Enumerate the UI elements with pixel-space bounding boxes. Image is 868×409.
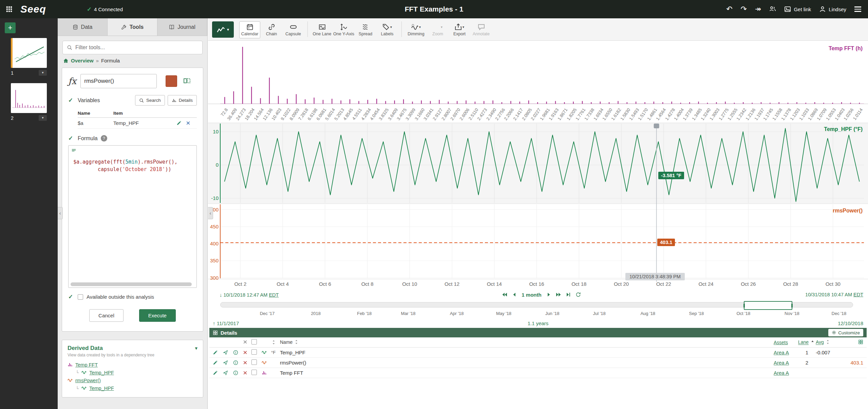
send-item-icon[interactable] [223, 360, 233, 366]
available-outside-checkbox[interactable]: Available outside this analysis [78, 294, 154, 300]
timezone-link[interactable]: EDT [269, 292, 279, 298]
edit-item-icon[interactable] [213, 350, 223, 355]
toolbar-button-calendar[interactable]: Calendar [239, 21, 260, 38]
info-icon[interactable] [233, 360, 243, 366]
collapse-rail-icon[interactable]: ‹ [58, 207, 63, 219]
formula-name-input[interactable] [80, 74, 157, 88]
jump-back-icon[interactable] [502, 292, 507, 297]
remove-item-icon[interactable] [243, 360, 251, 366]
cancel-button[interactable]: Cancel [89, 309, 124, 322]
toolbar-button-one-y-axis[interactable]: One Y-Axis [333, 21, 354, 38]
sort-up-icon[interactable] [810, 340, 815, 345]
asset-link[interactable]: Area A [774, 360, 798, 366]
present-icon[interactable]: ↠ [755, 5, 761, 14]
toolbar-button-dimming[interactable]: ▾Dimming [405, 21, 427, 38]
redo-icon[interactable]: ↷ [741, 5, 747, 14]
tab-tools[interactable]: Tools [108, 18, 157, 36]
tab-data[interactable]: Data [58, 18, 108, 36]
item-name: Temp_HPF [280, 350, 774, 355]
formula-editor[interactable]: $a.aggregate(fft(5min).rmsPower(),capsul… [68, 145, 197, 288]
worksheet-1-menu-caret-icon[interactable]: ▾ [39, 70, 47, 76]
asset-link[interactable]: Area A [774, 350, 798, 355]
checkbox-icon[interactable] [78, 294, 83, 300]
tab-journal[interactable]: Journal [157, 18, 207, 36]
add-worksheet-button[interactable]: + [5, 22, 16, 33]
lane-column-link[interactable]: Lane [798, 340, 809, 345]
execute-button[interactable]: Execute [139, 309, 176, 322]
undo-icon[interactable]: ↶ [726, 5, 732, 14]
timeline-tick-label: Feb '18 [349, 311, 380, 316]
select-all-checkbox[interactable] [251, 339, 257, 345]
row-checkbox[interactable] [251, 359, 257, 365]
sort-icon[interactable] [271, 340, 280, 345]
details-table-header: Name Assets Lane Avg [209, 337, 867, 348]
users-icon[interactable] [769, 5, 776, 14]
timeline-track[interactable] [220, 302, 853, 308]
variables-search-button[interactable]: Search [135, 95, 165, 106]
help-icon[interactable]: ? [101, 135, 107, 142]
variables-details-button[interactable]: Details [168, 95, 197, 106]
timeline-tick-label: Oct '18 [728, 311, 759, 316]
step-back-icon[interactable] [512, 292, 517, 297]
toolbar-button-chain[interactable]: Chain [261, 21, 282, 38]
remove-item-icon[interactable] [243, 350, 251, 355]
refresh-icon[interactable] [575, 292, 581, 297]
edit-item-icon[interactable] [213, 360, 223, 366]
view-mode-dropdown[interactable]: ▾ [212, 21, 234, 38]
step-forward-icon[interactable] [546, 292, 551, 297]
filter-tools-input[interactable] [75, 44, 198, 51]
timeline-selection[interactable] [744, 301, 792, 310]
x-tick-label: Oct 28 [775, 281, 806, 287]
edit-variable-icon[interactable] [176, 120, 182, 126]
main-area: ▾ CalendarChainCapsuleOne LaneOne Y-Axis… [208, 18, 868, 409]
timeline-tick-label: Dec '17 [252, 311, 282, 316]
toolbar-button-labels[interactable]: ▾Labels [377, 21, 398, 38]
avg-column-link[interactable]: Avg [816, 340, 824, 345]
trend-charts[interactable]: Temp FFT (h)Temp_HPF (°F)rmsPower()100-1… [208, 41, 868, 290]
row-checkbox[interactable] [251, 349, 257, 355]
get-link-button[interactable]: Get link [784, 6, 811, 13]
editor-lines-icon[interactable] [71, 148, 76, 153]
toolbar-button-capsule[interactable]: Capsule [283, 21, 304, 38]
sort-icon[interactable] [294, 341, 299, 345]
hamburger-menu-icon[interactable] [854, 6, 861, 12]
customize-button[interactable]: Customize [828, 329, 863, 336]
collapse-panel-icon[interactable]: ‹ [208, 207, 213, 219]
derived-data-subtitle: View data created by tools in a dependen… [68, 353, 197, 357]
toolbar-button-export[interactable]: ▾Export [449, 21, 470, 38]
sort-icon[interactable] [825, 341, 830, 345]
breadcrumb-overview-link[interactable]: Overview [71, 58, 94, 63]
remove-variable-icon[interactable] [186, 120, 191, 126]
toolbar-button-spread[interactable]: Spread [355, 21, 376, 38]
info-icon[interactable] [233, 370, 243, 376]
step-size-button[interactable]: 1 month [522, 292, 541, 298]
worksheet-rail: + 1 ▾ 2 ▾ [0, 18, 58, 409]
chart-canvas[interactable] [208, 41, 868, 290]
send-item-icon[interactable] [223, 350, 233, 355]
asset-link[interactable]: Area A [774, 370, 798, 376]
table-options-icon[interactable] [837, 339, 863, 345]
remove-item-icon[interactable] [243, 370, 251, 376]
timezone-link[interactable]: EDT [853, 292, 863, 297]
send-item-icon[interactable] [223, 370, 233, 376]
row-checkbox[interactable] [251, 370, 257, 375]
split-view-icon[interactable] [181, 75, 193, 87]
home-icon[interactable] [63, 58, 69, 63]
formula-code[interactable]: $a.aggregate(fft(5min).rmsPower(),capsul… [69, 156, 196, 173]
color-swatch-button[interactable] [166, 75, 177, 87]
info-icon[interactable] [233, 350, 243, 355]
worksheet-2-menu-caret-icon[interactable]: ▾ [39, 115, 47, 121]
jump-forward-icon[interactable] [556, 292, 561, 297]
editor-scrollbar[interactable] [71, 282, 192, 286]
jump-to-end-icon[interactable] [566, 292, 571, 297]
y-tick-label: -10 [208, 195, 219, 201]
remove-all-icon[interactable] [243, 339, 251, 345]
toolbar-button-one-lane[interactable]: One Lane [312, 21, 333, 38]
assets-column-link[interactable]: Assets [774, 340, 798, 345]
collapse-caret-icon[interactable]: ▾ [195, 345, 197, 351]
app-switcher-icon[interactable] [0, 0, 18, 18]
worksheet-thumbnail-2[interactable] [11, 83, 47, 113]
edit-item-icon[interactable] [213, 370, 223, 376]
user-menu[interactable]: Lindsey [819, 6, 846, 13]
worksheet-thumbnail-1[interactable] [11, 38, 47, 68]
